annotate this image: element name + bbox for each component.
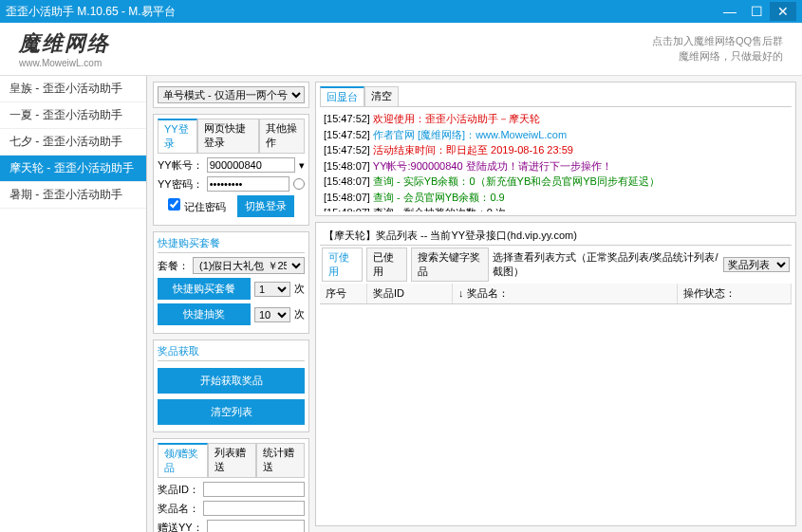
logo-url: www.MoweiwL.com — [19, 58, 110, 68]
buy-times-select[interactable]: 1 — [254, 282, 290, 297]
prize-get-title: 奖品获取 — [158, 344, 305, 361]
tab-other-ops[interactable]: 其他操作 — [259, 119, 305, 153]
sidebar-item-qixi[interactable]: 七夕 - 歪歪小活动助手 — [0, 129, 146, 156]
status-indicator-icon — [293, 178, 305, 190]
tab-search-prize[interactable]: 搜索关键字奖品 — [411, 248, 489, 282]
sidebar-item-shuqi[interactable]: 暑期 - 歪歪小活动助手 — [0, 182, 146, 209]
log-console: [15:47:52] 欢迎使用：歪歪小活动助手－摩天轮[15:47:52] 作者… — [320, 107, 792, 211]
view-method-label: 选择查看列表方式（正常奖品列表/奖品统计列表/截图） — [493, 250, 719, 279]
sidebar: 皇族 - 歪歪小活动助手 一夏 - 歪歪小活动助手 七夕 - 歪歪小活动助手 摩… — [0, 76, 147, 532]
account-input[interactable] — [207, 157, 295, 173]
start-get-prize-button[interactable]: 开始获取奖品 — [158, 368, 305, 394]
col-prize-name: ↓ 奖品名： — [453, 284, 678, 303]
package-select[interactable]: (1)假日大礼包 ￥258 — [193, 257, 305, 274]
col-prize-id: 奖品ID — [367, 284, 453, 303]
maximize-button[interactable]: ☐ — [743, 2, 770, 21]
logo-text: 魔维网络 — [19, 29, 110, 58]
sidebar-item-yixia[interactable]: 一夏 - 歪歪小活动助手 — [0, 102, 146, 129]
tab-web-login[interactable]: 网页快捷登录 — [197, 119, 259, 153]
package-label: 套餐： — [158, 259, 189, 273]
gift-yy-input[interactable] — [207, 520, 305, 532]
prize-table-header: 序号 奖品ID ↓ 奖品名： 操作状态： — [320, 284, 792, 304]
tab-yy-login[interactable]: YY登录 — [158, 119, 197, 153]
header-notice: 点击加入魔维网络QQ售后群 魔维网络，只做最好的 — [652, 34, 783, 64]
remember-password[interactable]: 记住密码 — [168, 198, 225, 214]
prize-name-label: 奖品名： — [158, 502, 199, 516]
sidebar-item-huangzu[interactable]: 皇族 - 歪歪小活动助手 — [0, 76, 146, 102]
quick-draw-button[interactable]: 快捷抽奖 — [158, 303, 251, 325]
account-label: YY帐号： — [158, 158, 203, 173]
window-title: 歪歪小活助手 M.10.65 - M.易平台 — [6, 4, 717, 20]
quick-buy-button[interactable]: 快捷购买套餐 — [158, 278, 251, 300]
password-label: YY密码： — [158, 177, 203, 192]
tab-list-send[interactable]: 列表赠送 — [208, 443, 256, 477]
tab-usable[interactable]: 可使用 — [322, 248, 363, 282]
quickbuy-title: 快捷购买套餐 — [158, 236, 305, 253]
mode-select[interactable]: 单号模式 - 仅适用一两个号的用户 — [158, 86, 305, 103]
view-method-select[interactable]: 奖品列表 — [723, 257, 790, 272]
prize-table-body — [320, 304, 792, 447]
close-button[interactable]: ✕ — [770, 2, 796, 21]
tab-give-prize[interactable]: 领/赠奖品 — [158, 443, 208, 477]
col-index: 序号 — [320, 284, 367, 303]
prize-name-input[interactable] — [203, 501, 305, 516]
prize-id-label: 奖品ID： — [158, 483, 199, 497]
tab-stat-send[interactable]: 统计赠送 — [256, 443, 305, 477]
clear-list-button[interactable]: 清空列表 — [158, 399, 305, 425]
logo: 魔维网络 www.MoweiwL.com — [19, 29, 110, 68]
col-status: 操作状态： — [678, 284, 792, 303]
minimize-button[interactable]: — — [717, 2, 743, 21]
switch-login-button[interactable]: 切换登录 — [237, 195, 294, 217]
tab-clear-log[interactable]: 清空 — [364, 86, 399, 106]
password-input[interactable] — [207, 176, 289, 192]
prize-list-header: 【摩天轮】奖品列表 -- 当前YY登录接口(hd.vip.yy.com) — [320, 227, 792, 246]
tab-used[interactable]: 已使用 — [366, 248, 407, 282]
draw-times-select[interactable]: 10 — [254, 307, 290, 322]
prize-id-input[interactable] — [203, 482, 305, 497]
tab-console[interactable]: 回显台 — [320, 86, 364, 106]
sidebar-item-motianlun[interactable]: 摩天轮 - 歪歪小活动助手 — [0, 156, 146, 182]
account-dropdown-icon[interactable]: ▾ — [299, 159, 305, 172]
gift-yy-label: 赠送YY： — [158, 521, 203, 533]
